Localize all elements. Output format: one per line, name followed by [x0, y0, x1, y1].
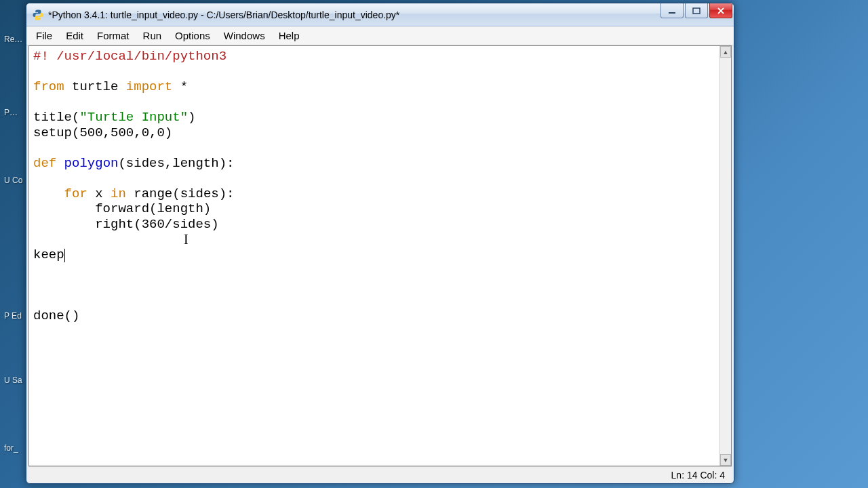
- close-button[interactable]: [709, 3, 732, 18]
- desktop-icon[interactable]: for_: [4, 444, 23, 453]
- statusbar: Ln: 14 Col: 4: [28, 466, 732, 483]
- svg-rect-1: [693, 8, 700, 14]
- mouse-ibeam: I: [184, 232, 189, 247]
- menu-format[interactable]: Format: [90, 28, 136, 43]
- scroll-track[interactable]: [720, 58, 731, 454]
- titlebar[interactable]: *Python 3.4.1: turtle_input_video.py - C…: [26, 3, 734, 26]
- idle-window: *Python 3.4.1: turtle_input_video.py - C…: [26, 3, 734, 484]
- menu-edit[interactable]: Edit: [59, 28, 90, 43]
- desktop-icon[interactable]: Re…: [4, 35, 23, 44]
- kw-def: def: [33, 156, 56, 171]
- kw-import: import: [126, 79, 172, 94]
- vertical-scrollbar[interactable]: ▲ ▼: [719, 46, 731, 466]
- window-controls: [660, 3, 732, 18]
- menubar: File Edit Format Run Options Windows Hel…: [26, 26, 734, 45]
- scroll-down-button[interactable]: ▼: [720, 454, 731, 466]
- menu-help[interactable]: Help: [272, 28, 307, 43]
- desktop-icon[interactable]: P…: [4, 108, 23, 117]
- menu-run[interactable]: Run: [136, 28, 169, 43]
- cursor-position: Ln: 14 Col: 4: [671, 470, 725, 481]
- shebang: #! /usr/local/bin/python3: [33, 49, 226, 64]
- code-editor[interactable]: #! /usr/local/bin/python3 from turtle im…: [29, 46, 719, 466]
- python-icon: [32, 9, 44, 21]
- menu-options[interactable]: Options: [168, 28, 217, 43]
- menu-file[interactable]: File: [29, 28, 59, 43]
- desktop-icon[interactable]: U Sa: [4, 376, 23, 385]
- editor-area: #! /usr/local/bin/python3 from turtle im…: [28, 45, 732, 466]
- minimize-button[interactable]: [660, 3, 684, 18]
- scroll-up-button[interactable]: ▲: [720, 46, 731, 58]
- maximize-button[interactable]: [685, 3, 708, 18]
- caret: [64, 249, 66, 262]
- kw-from: from: [33, 79, 64, 94]
- string-literal: "Turtle Input": [79, 110, 188, 125]
- desktop-icon[interactable]: U Co: [4, 176, 23, 185]
- kw-in: in: [111, 186, 126, 201]
- desktop-icon[interactable]: P Ed: [4, 312, 23, 321]
- svg-rect-0: [669, 12, 675, 14]
- def-name: polygon: [56, 156, 118, 171]
- menu-windows[interactable]: Windows: [217, 28, 272, 43]
- window-title: *Python 3.4.1: turtle_input_video.py - C…: [48, 9, 730, 20]
- kw-for: for: [64, 186, 87, 201]
